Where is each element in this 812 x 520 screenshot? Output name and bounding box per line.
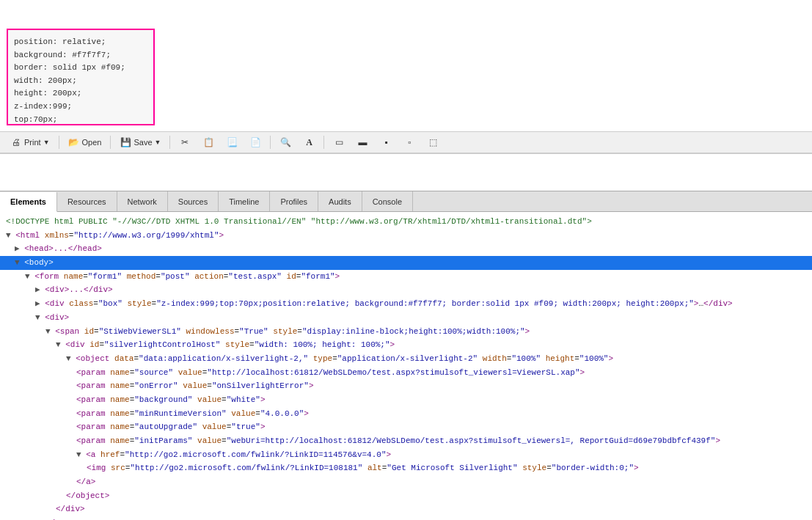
icon9: ▫ bbox=[403, 136, 415, 148]
tab-resources[interactable]: Resources bbox=[57, 191, 117, 211]
new-button[interactable]: 📄 bbox=[245, 135, 266, 150]
dom-line-object-close[interactable]: </object> bbox=[0, 489, 812, 503]
icon10: ⬚ bbox=[427, 136, 439, 148]
tabs-bar: Elements Resources Network Sources Timel… bbox=[0, 191, 812, 212]
tab-network[interactable]: Network bbox=[117, 191, 168, 211]
print-label: Print bbox=[24, 138, 41, 147]
dom-line-object[interactable]: ▼ <object data="data:application/x-silve… bbox=[0, 352, 812, 366]
css-line-2: background: #f7f7f7; bbox=[14, 49, 147, 62]
find-icon: 🔍 bbox=[279, 136, 291, 148]
tab-console[interactable]: Console bbox=[362, 191, 413, 211]
save-button[interactable]: 💾 Save ▼ bbox=[115, 135, 165, 150]
btn6[interactable]: ▭ bbox=[329, 135, 349, 150]
top-area: position: relative; background: #f7f7f7;… bbox=[0, 0, 812, 154]
dom-line-span-close[interactable]: </span> bbox=[0, 516, 812, 520]
separator-5 bbox=[323, 136, 324, 149]
dom-line-doctype[interactable]: <!DOCTYPE html PUBLIC "-//W3C//DTD XHTML… bbox=[0, 215, 812, 229]
dom-line-span[interactable]: ▼ <span id="StiWebViewerSL1" windowless=… bbox=[0, 325, 812, 339]
save-arrow: ▼ bbox=[155, 139, 161, 146]
dom-line-form[interactable]: ▼ <form name="form1" method="post" actio… bbox=[0, 270, 812, 284]
separator-2 bbox=[110, 136, 111, 149]
dom-line-anchor[interactable]: ▼ <a href="http://go2.microsoft.com/fwli… bbox=[0, 448, 812, 462]
print-icon: 🖨 bbox=[10, 136, 22, 148]
devtools-panel: Elements Resources Network Sources Timel… bbox=[0, 191, 812, 520]
css-line-4: width: 200px; bbox=[14, 75, 147, 88]
open-label: Open bbox=[82, 138, 102, 147]
copy-icon: 📋 bbox=[202, 136, 214, 148]
open-button[interactable]: 📂 Open bbox=[64, 135, 106, 150]
btn7[interactable]: ▬ bbox=[352, 135, 373, 150]
save-label: Save bbox=[133, 138, 152, 147]
format-button[interactable]: A bbox=[299, 135, 319, 150]
css-line-5: height: 200px; bbox=[14, 87, 147, 100]
dom-line-param-bg[interactable]: <param name="background" value="white"> bbox=[0, 393, 812, 407]
dom-line-head[interactable]: ▶ <head>...</head> bbox=[0, 242, 812, 256]
icon8: ▪ bbox=[380, 136, 392, 148]
copy-button[interactable]: 📋 bbox=[198, 135, 219, 150]
tab-profiles[interactable]: Profiles bbox=[270, 191, 318, 211]
css-line-6: z-index:999; bbox=[14, 100, 147, 114]
dom-line-param-initparams[interactable]: <param name="initParams" value="webUri=h… bbox=[0, 434, 812, 448]
find-button[interactable]: 🔍 bbox=[275, 135, 296, 150]
open-icon: 📂 bbox=[68, 136, 80, 148]
btn10[interactable]: ⬚ bbox=[423, 135, 443, 150]
dom-line-anchor-close[interactable]: </a> bbox=[0, 475, 812, 489]
cut-icon: ✂ bbox=[179, 136, 191, 148]
dom-line-param-source[interactable]: <param name="source" value="http://local… bbox=[0, 366, 812, 380]
print-arrow: ▼ bbox=[43, 139, 50, 146]
separator-4 bbox=[270, 136, 271, 149]
css-line-3: border: solid 1px #f09; bbox=[14, 62, 147, 75]
dom-line-param-minruntime[interactable]: <param name="minRuntimeVersion" value="4… bbox=[0, 407, 812, 421]
css-line-1: position: relative; bbox=[14, 36, 147, 49]
dom-line-img[interactable]: <img src="http://go2.microsoft.com/fwlin… bbox=[0, 461, 812, 475]
print-button[interactable]: 🖨 Print ▼ bbox=[6, 135, 54, 150]
css-preview-box: position: relative; background: #f7f7f7;… bbox=[7, 29, 154, 125]
tab-elements[interactable]: Elements bbox=[0, 192, 57, 212]
icon7: ▬ bbox=[356, 136, 368, 148]
save-icon: 💾 bbox=[120, 136, 131, 148]
dom-line-param-onerror[interactable]: <param name="onError" value="onSilverlig… bbox=[0, 379, 812, 393]
icon6: ▭ bbox=[333, 136, 345, 148]
middle-area bbox=[0, 154, 812, 191]
dom-line-param-autoupgrade[interactable]: <param name="autoUpgrade" value="true"> bbox=[0, 420, 812, 434]
css-line-7: top:70px; bbox=[14, 114, 147, 127]
btn9[interactable]: ▫ bbox=[399, 135, 420, 150]
cut-button[interactable]: ✂ bbox=[175, 135, 195, 150]
dom-line-div-box[interactable]: ▶ <div class="box" style="z-index:999;to… bbox=[0, 297, 812, 311]
dom-line-div2[interactable]: ▼ <div> bbox=[0, 311, 812, 325]
dom-tree[interactable]: <!DOCTYPE html PUBLIC "-//W3C//DTD XHTML… bbox=[0, 212, 812, 520]
dom-line-slhost-close[interactable]: </div> bbox=[0, 502, 812, 516]
tab-timeline[interactable]: Timeline bbox=[219, 191, 270, 211]
tab-sources[interactable]: Sources bbox=[168, 191, 219, 211]
btn8[interactable]: ▪ bbox=[376, 135, 396, 150]
dom-line-div1[interactable]: ▶ <div>...</div> bbox=[0, 283, 812, 297]
toolbar: 🖨 Print ▼ 📂 Open 💾 Save ▼ ✂ 📋 📃 📄 bbox=[0, 131, 812, 153]
tab-audits[interactable]: Audits bbox=[318, 191, 362, 211]
dom-line-body[interactable]: ▼ <body> bbox=[0, 256, 812, 270]
paste-button[interactable]: 📃 bbox=[222, 135, 242, 150]
separator-1 bbox=[59, 136, 59, 149]
format-icon: A bbox=[303, 136, 315, 148]
dom-line-html[interactable]: ▼ <html xmlns="http://www.w3.org/1999/xh… bbox=[0, 229, 812, 243]
separator-3 bbox=[169, 136, 170, 149]
dom-line-slhost[interactable]: ▼ <div id="silverlightControlHost" style… bbox=[0, 338, 812, 352]
paste-icon: 📃 bbox=[226, 136, 238, 148]
new-icon: 📄 bbox=[249, 136, 261, 148]
